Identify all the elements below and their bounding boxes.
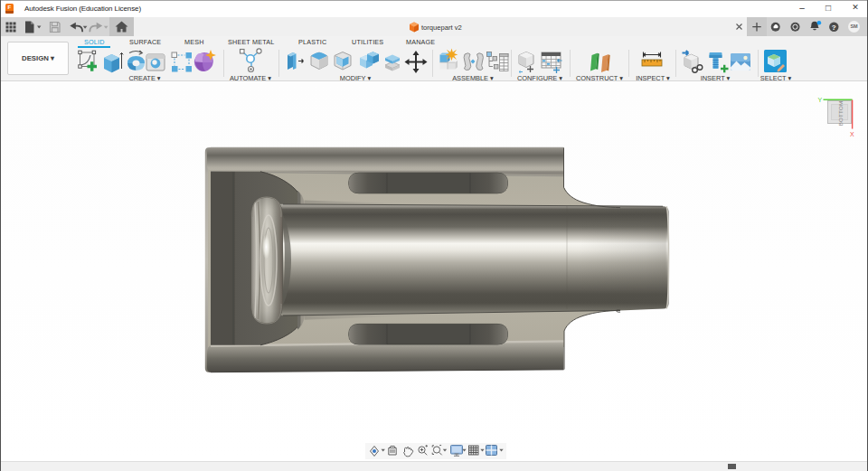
svg-text:X: X [850, 131, 854, 137]
svg-text:Y: Y [818, 97, 823, 103]
